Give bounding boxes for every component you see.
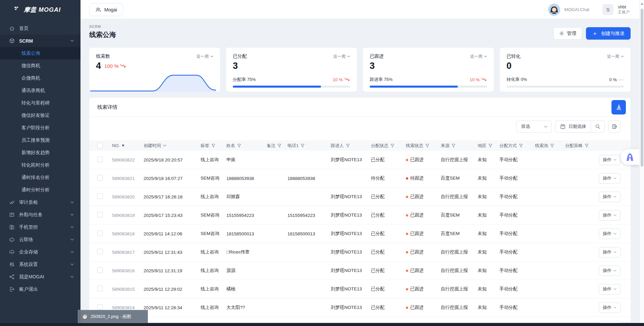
row-checkbox[interactable]	[97, 212, 103, 218]
sidebar-item-friend-verify[interactable]: 微信好友验证	[0, 109, 80, 122]
sidebar-item-call-ranking[interactable]: 通时排名分析	[0, 171, 80, 184]
sidebar-nav: 首页 SCRM 线索公海 微信商机 企微商机 通讯录商机 转化与里程碑 微信好友…	[0, 22, 80, 295]
filter-funnel-icon[interactable]	[451, 144, 455, 148]
sidebar-item-wecom-leads[interactable]: 企微商机	[0, 72, 80, 84]
row-checkbox[interactable]	[97, 175, 103, 181]
push-boat-button[interactable]	[611, 100, 626, 114]
period-select[interactable]: 近一周	[333, 54, 350, 59]
row-checkbox[interactable]	[97, 249, 103, 254]
row-checkbox[interactable]	[97, 286, 103, 291]
stat-card-assigned: 已分配 近一周 3 分配率 75% 10 %	[226, 48, 357, 92]
cell-phone1: 18158500013	[287, 231, 331, 236]
status-dot	[406, 233, 408, 235]
cell-lead-status: 已跟进	[406, 157, 441, 163]
mogai-app-button[interactable]: Mogai	[89, 3, 123, 16]
filter-funnel-icon[interactable]	[488, 144, 492, 148]
sidebar-item-wechat-leads[interactable]: 微信商机	[0, 59, 80, 72]
trend-value: 10 %	[470, 77, 480, 82]
chat-label[interactable]: MOGAI.Chat	[565, 7, 589, 12]
search-button[interactable]	[591, 124, 604, 129]
sidebar-item-home[interactable]: 首页	[0, 22, 80, 35]
cell-assign-method: 手动分配	[499, 175, 535, 181]
card-title: 已跟进	[370, 53, 384, 59]
select-all-checkbox[interactable]	[97, 143, 103, 148]
sidebar-item-customer-stage[interactable]: 客户阶段分析	[0, 122, 80, 134]
row-checkbox[interactable]	[97, 304, 103, 310]
app-button-label: Mogai	[104, 7, 117, 12]
filter-select[interactable]: 筛选	[516, 121, 552, 133]
cell-follower: 刘梦瑶NOTE13	[331, 194, 371, 200]
sidebar-item-audit[interactable]: 审计质检	[0, 196, 80, 208]
user-avatar[interactable]	[548, 4, 560, 16]
filter-funnel-icon[interactable]	[301, 144, 305, 148]
row-actions-button[interactable]: 操作	[599, 266, 621, 276]
filter-funnel-icon[interactable]	[211, 144, 215, 148]
sidebar-item-enterprise-storage[interactable]: 企业存储	[0, 246, 80, 258]
sidebar-item-system-settings[interactable]: 系统设置	[0, 258, 80, 271]
account-info[interactable]: shbt 主账户	[618, 4, 630, 15]
chevron-down-icon	[613, 196, 616, 198]
filter-funnel-icon[interactable]	[425, 144, 429, 148]
sidebar-item-iam-mogai[interactable]: 我是MOGAI	[0, 271, 80, 283]
taskbar-strip[interactable]	[0, 323, 644, 326]
sidebar-item-conversion-time[interactable]: 转化耗时分析	[0, 159, 80, 171]
cell-lead-status: 已跟进	[406, 231, 441, 237]
sidebar-item-call-hourly[interactable]: 通时分时分析	[0, 184, 80, 196]
period-select[interactable]: 近一周	[470, 54, 487, 59]
row-actions-button[interactable]: 操作	[599, 247, 621, 258]
row-checkbox[interactable]	[97, 156, 103, 162]
table-row: 589083819 2025/9/17 15:23:43 SEM咨询 15155…	[89, 206, 631, 225]
trend-down: 100 %	[104, 63, 126, 69]
sidebar-item-conversion-milestone[interactable]: 转化与里程碑	[0, 97, 80, 109]
row-actions-button[interactable]: 操作	[599, 155, 621, 165]
row-checkbox[interactable]	[97, 230, 103, 236]
sidebar-item-collision-predict[interactable]: 员工撞单预测	[0, 134, 80, 146]
sidebar-item-new-friend-trend[interactable]: 新增好友趋势	[0, 146, 80, 159]
sidebar-item-scrm[interactable]: SCRM	[0, 35, 80, 47]
period-select[interactable]: 近一周	[607, 54, 624, 59]
filter-funnel-icon[interactable]	[390, 144, 394, 148]
chevron-down-icon[interactable]	[163, 144, 166, 147]
filter-funnel-icon[interactable]	[519, 144, 523, 148]
cube-icon	[9, 38, 15, 44]
sidebar-item-field-tasks[interactable]: 外勤与任务	[0, 208, 80, 221]
filter-funnel-icon[interactable]	[237, 144, 241, 148]
row-actions-button[interactable]: 操作	[599, 173, 621, 184]
scrollbar-thumb[interactable]	[641, 9, 643, 167]
sidebar-item-lead-pool[interactable]: 线索公海	[0, 47, 80, 59]
row-actions-button[interactable]: 操作	[599, 302, 621, 313]
create-push-button[interactable]: ＋ 创建与推送	[586, 27, 631, 40]
row-actions-button[interactable]: 操作	[599, 210, 621, 221]
date-picker-button[interactable]: 日期选择	[555, 124, 591, 130]
row-checkbox[interactable]	[97, 193, 103, 199]
taskbar-window-label[interactable]: 250920_2.png - 画图	[78, 310, 148, 323]
filter-funnel-icon[interactable]	[277, 144, 281, 148]
cell-tag: SEM咨询	[201, 175, 226, 181]
scrollbar-up-icon[interactable]	[641, 3, 643, 5]
ai-assistant-button[interactable]	[621, 149, 639, 165]
sidebar-item-cloud-contact[interactable]: 云联络	[0, 233, 80, 246]
row-checkbox[interactable]	[97, 267, 103, 273]
row-actions-button[interactable]: 操作	[599, 192, 621, 202]
filter-funnel-icon[interactable]	[550, 144, 554, 148]
row-actions-button[interactable]: 操作	[599, 229, 621, 239]
filter-funnel-icon[interactable]	[585, 144, 589, 148]
cell-created-time: 2025/9/18 16:07:27	[144, 176, 201, 181]
sidebar-item-phone-control[interactable]: 手机管控	[0, 221, 80, 233]
vertical-scrollbar[interactable]	[639, 0, 644, 323]
progress-track	[233, 86, 350, 88]
manage-button[interactable]: 管理	[553, 27, 582, 40]
sidebar-item-logout[interactable]: 账户退出	[0, 283, 80, 295]
account-badge[interactable]: S	[602, 4, 613, 15]
chevron-down-icon	[70, 263, 74, 266]
cell-lead-status: 已跟进	[406, 249, 441, 255]
sidebar-item-contact-leads[interactable]: 通讯录商机	[0, 84, 80, 97]
cell-lead-status: 已跟进	[406, 305, 441, 311]
row-actions-button[interactable]: 操作	[599, 284, 621, 294]
column-settings-button[interactable]	[608, 121, 621, 133]
cell-region: 未知	[478, 249, 499, 255]
period-select[interactable]: 近一周	[197, 54, 213, 59]
filter-funnel-icon[interactable]	[346, 144, 350, 148]
actions-label: 操作	[603, 194, 611, 200]
sort-desc-icon[interactable]	[122, 145, 124, 147]
